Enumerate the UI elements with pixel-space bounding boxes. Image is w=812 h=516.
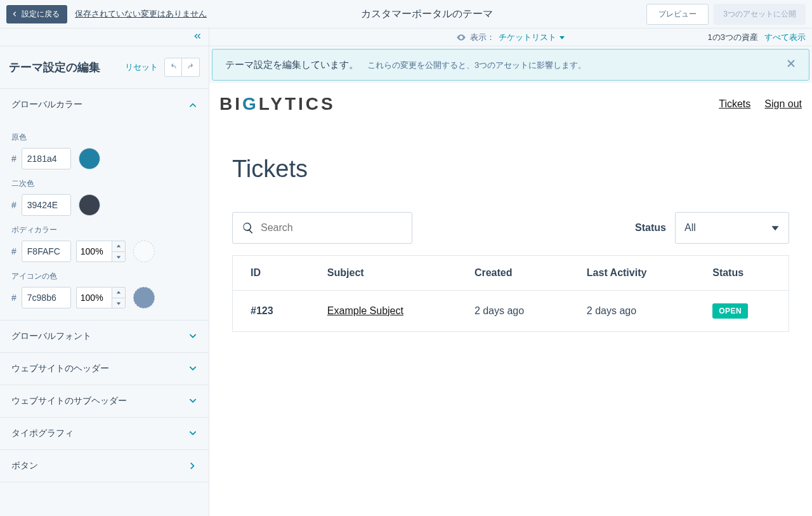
hash-symbol: # bbox=[11, 246, 16, 256]
hex-input-icon[interactable] bbox=[22, 287, 71, 308]
section-title: グローバルカラー bbox=[11, 99, 82, 110]
section-title: ボタン bbox=[11, 460, 38, 472]
redo-button[interactable] bbox=[182, 58, 200, 77]
preview-toolbar: Status All bbox=[232, 212, 789, 244]
hex-input-primary[interactable] bbox=[22, 148, 71, 169]
search-input[interactable] bbox=[261, 222, 403, 234]
sidebar-header: テーマ設定の編集 リセット bbox=[0, 46, 209, 89]
chevron-down-icon bbox=[188, 397, 197, 406]
color-swatch-secondary[interactable] bbox=[79, 194, 100, 216]
hex-input-body[interactable] bbox=[22, 241, 71, 262]
main-area: 表示： チケットリスト 1の3つの資産 すべて表示 テーマ設定を編集しています。… bbox=[209, 29, 812, 516]
color-label: ボディカラー bbox=[11, 225, 197, 235]
sidebar-heading: テーマ設定の編集 bbox=[9, 60, 100, 75]
section-title: タイポグラフィ bbox=[11, 428, 74, 439]
status-badge: OPEN bbox=[712, 303, 748, 319]
collapse-sidebar-icon[interactable] bbox=[192, 31, 202, 44]
section-header-website-header[interactable]: ウェブサイトのヘッダー bbox=[0, 353, 209, 385]
reset-button[interactable]: リセット bbox=[125, 62, 158, 73]
preview-frame: BIGLYTICS Tickets Sign out Tickets Statu… bbox=[209, 83, 812, 516]
section-typography: タイポグラフィ bbox=[0, 418, 209, 450]
color-field-body: ボディカラー # bbox=[11, 225, 197, 262]
topbar-left: 設定に戻る 保存されていない変更はありません bbox=[6, 5, 207, 23]
hex-input-secondary[interactable] bbox=[22, 194, 71, 216]
show-all-link[interactable]: すべて表示 bbox=[764, 32, 806, 43]
view-selector-row: 表示： チケットリスト 1の3つの資産 すべて表示 bbox=[209, 29, 812, 46]
chevron-down-icon bbox=[188, 332, 197, 341]
preview-button[interactable]: プレビュー bbox=[646, 4, 709, 25]
cell-status: OPEN bbox=[695, 291, 789, 332]
color-field-secondary: 二次色 # bbox=[11, 178, 197, 216]
chevron-up-icon bbox=[188, 100, 197, 109]
section-global-color: グローバルカラー 原色 # 二次色 # bbox=[0, 89, 209, 321]
hash-symbol: # bbox=[11, 200, 16, 210]
caret-down-icon bbox=[771, 223, 780, 232]
section-header-typography[interactable]: タイポグラフィ bbox=[0, 418, 209, 449]
search-wrap bbox=[232, 212, 412, 244]
color-swatch-body[interactable] bbox=[133, 241, 155, 262]
section-global-font: グローバルフォント bbox=[0, 321, 209, 353]
editing-banner: テーマ設定を編集しています。 これらの変更を公開すると、3つのアセットに影響しま… bbox=[212, 49, 809, 81]
banner-close-icon[interactable] bbox=[786, 58, 796, 71]
asset-info: 1の3つの資産 すべて表示 bbox=[708, 32, 806, 43]
subject-link[interactable]: Example Subject bbox=[327, 305, 403, 316]
tickets-table: ID Subject Created Last Activity Status … bbox=[232, 255, 789, 332]
back-to-settings-button[interactable]: 設定に戻る bbox=[6, 5, 67, 23]
view-select[interactable]: チケットリスト bbox=[499, 32, 565, 43]
status-filter: Status All bbox=[635, 212, 789, 244]
nav-signout-link[interactable]: Sign out bbox=[764, 98, 802, 110]
preview-body: Tickets Status All bbox=[209, 117, 812, 357]
color-label: 二次色 bbox=[11, 178, 197, 189]
stepper-up-icon[interactable] bbox=[112, 287, 126, 298]
theme-settings-sidebar: テーマ設定の編集 リセット グローバルカラー 原色 # bbox=[0, 29, 209, 516]
search-icon bbox=[242, 222, 254, 234]
stepper-down-icon[interactable] bbox=[112, 298, 126, 308]
opacity-input-icon[interactable] bbox=[76, 287, 112, 308]
chevron-right-icon bbox=[188, 461, 197, 470]
logo: BIGLYTICS bbox=[219, 94, 336, 114]
topbar-right: プレビュー 3つのアセットに公開 bbox=[646, 4, 806, 25]
preview-header: BIGLYTICS Tickets Sign out bbox=[209, 83, 812, 117]
logo-glyph-icon: G bbox=[242, 94, 259, 114]
section-header-global-font[interactable]: グローバルフォント bbox=[0, 321, 209, 352]
cell-created: 2 days ago bbox=[457, 291, 569, 332]
color-field-primary: 原色 # bbox=[11, 132, 197, 169]
section-title: ウェブサイトのサブヘッダー bbox=[11, 395, 127, 407]
section-header-website-subheader[interactable]: ウェブサイトのサブヘッダー bbox=[0, 385, 209, 417]
cell-subject: Example Subject bbox=[310, 291, 457, 332]
banner-subtext: これらの変更を公開すると、3つのアセットに影響します。 bbox=[367, 60, 586, 71]
section-button: ボタン bbox=[0, 450, 209, 482]
color-label: アイコンの色 bbox=[11, 271, 197, 282]
undo-button[interactable] bbox=[164, 58, 182, 77]
view-label: 表示： bbox=[470, 32, 495, 43]
section-title: グローバルフォント bbox=[11, 331, 91, 342]
status-select[interactable]: All bbox=[675, 212, 789, 244]
section-title: ウェブサイトのヘッダー bbox=[11, 363, 109, 374]
section-header-button[interactable]: ボタン bbox=[0, 450, 209, 482]
unsaved-changes-link[interactable]: 保存されていない変更はありません bbox=[75, 8, 207, 20]
nav-tickets-link[interactable]: Tickets bbox=[719, 98, 750, 110]
section-website-subheader: ウェブサイトのサブヘッダー bbox=[0, 385, 209, 418]
hash-symbol: # bbox=[11, 293, 16, 303]
color-swatch-primary[interactable] bbox=[79, 148, 100, 169]
table-row[interactable]: #123 Example Subject 2 days ago 2 days a… bbox=[233, 291, 789, 332]
cell-last: 2 days ago bbox=[569, 291, 695, 332]
publish-button: 3つのアセットに公開 bbox=[714, 4, 806, 25]
cell-id: #123 bbox=[233, 291, 310, 332]
undo-redo-group bbox=[164, 58, 200, 77]
section-website-header: ウェブサイトのヘッダー bbox=[0, 353, 209, 385]
col-subject: Subject bbox=[310, 256, 457, 291]
color-label: 原色 bbox=[11, 132, 197, 143]
hash-symbol: # bbox=[11, 154, 16, 164]
section-header-global-color[interactable]: グローバルカラー bbox=[0, 89, 209, 121]
asset-count: 1の3つの資産 bbox=[708, 32, 758, 43]
color-field-icon: アイコンの色 # bbox=[11, 271, 197, 308]
chevron-left-icon bbox=[11, 11, 18, 17]
stepper-up-icon[interactable] bbox=[112, 241, 126, 251]
opacity-input-body[interactable] bbox=[76, 241, 112, 262]
section-body-global-color: 原色 # 二次色 # bbox=[0, 121, 209, 320]
collapse-sidebar-row bbox=[0, 29, 209, 46]
opacity-stepper-icon bbox=[112, 287, 126, 308]
color-swatch-icon[interactable] bbox=[133, 287, 155, 308]
stepper-down-icon[interactable] bbox=[112, 251, 126, 262]
